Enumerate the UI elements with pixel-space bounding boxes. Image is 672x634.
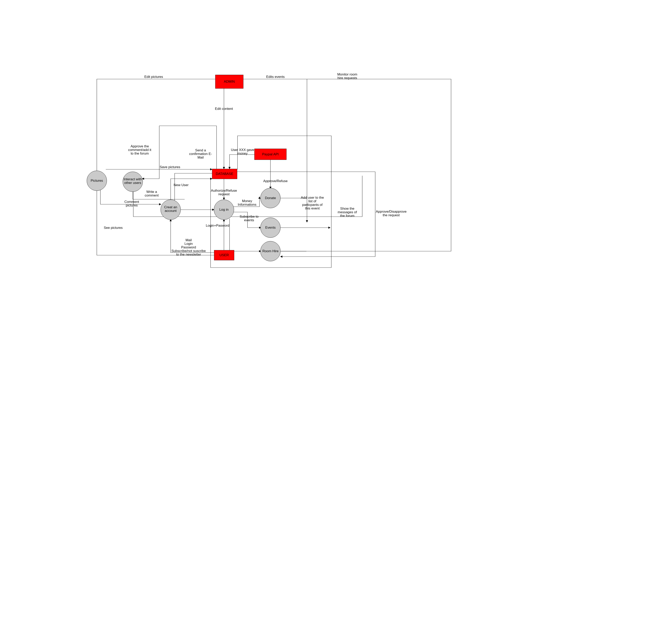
label-approve-comment-1: Approve the — [130, 144, 149, 148]
label-save-pictures: Save pictures — [160, 165, 180, 169]
label-edit-pictures: Edit pictures — [144, 75, 163, 79]
edge-write-comment — [133, 189, 185, 199]
edge-send-confirm — [175, 173, 215, 204]
label-subscribe-2: events — [244, 218, 254, 222]
node-database: DATABASE — [212, 169, 237, 179]
label-new-user: New User — [174, 183, 189, 187]
diagram-canvas: ADMIN Paypal API DATABASE USER Pictures … — [0, 0, 672, 634]
node-donate-label: Donate — [265, 196, 276, 200]
node-user: USER — [214, 250, 234, 260]
label-monitor-room-2: hire requests — [337, 76, 357, 80]
label-add-user-4: this event — [305, 207, 320, 210]
node-paypal: Paypal API — [255, 149, 286, 160]
node-create-label-1: Creat an — [164, 205, 177, 209]
label-user-gave-1: User XXX gave — [231, 148, 254, 152]
label-approve-comment-2: comment/add it — [128, 148, 151, 152]
node-create-label-2: account — [165, 209, 177, 213]
node-login: Log in — [214, 200, 234, 220]
node-database-label: DATABASE — [216, 172, 233, 176]
label-user-details-5: to the newsletter — [176, 253, 201, 256]
label-send-confirm-1: Send a — [195, 148, 206, 152]
label-comment-pictures-1: Comment — [124, 200, 139, 204]
label-money-info-2: Informations — [238, 203, 257, 207]
label-user-gave-2: money — [237, 151, 248, 155]
node-roomhire-label: Room Hire — [262, 249, 279, 253]
label-write-comment-1: Write a — [146, 190, 157, 194]
label-user-details-2: Login — [185, 242, 193, 245]
label-monitor-room-1: Monitor room — [337, 72, 357, 76]
node-user-label: USER — [219, 253, 229, 257]
label-send-confirm-3: Mail — [197, 156, 203, 159]
label-money-info-1: Money — [242, 199, 252, 203]
node-admin-label: ADMIN — [224, 80, 235, 84]
edge-login-to-roomhire — [230, 219, 261, 251]
label-show-messages-3: the forum — [340, 214, 355, 218]
label-subscribe-1: Subscribe to — [240, 215, 259, 218]
label-authorize-2: request — [218, 192, 230, 196]
node-admin: ADMIN — [215, 75, 243, 89]
node-create: Creat an account — [161, 200, 181, 220]
label-user-details-3: Password — [181, 245, 196, 249]
label-add-user-2: list of — [308, 199, 316, 203]
edge-see-pictures — [97, 188, 214, 255]
edge-user-gave-money — [230, 155, 255, 169]
node-events-label: Events — [265, 226, 275, 230]
node-interact: Interact with other users — [123, 172, 143, 192]
node-pictures: Pictures — [87, 171, 107, 191]
edge-new-user — [171, 179, 212, 201]
node-login-label: Log in — [219, 208, 229, 211]
node-donate: Donate — [261, 188, 281, 208]
label-approve-comment-3: to the forum — [131, 151, 149, 155]
node-interact-label-1: Interact with — [123, 177, 142, 181]
label-approve-request-1: Approve/Disapprove — [376, 210, 407, 213]
edge-edit-pictures — [97, 79, 215, 173]
label-see-pictures: See pictures — [104, 226, 123, 230]
label-user-details-4: Subscribe/not suscribe — [171, 249, 206, 253]
label-write-comment-2: comment — [145, 193, 159, 197]
label-add-user-1: Add user to the — [301, 196, 324, 199]
node-pictures-label: Pictures — [91, 179, 103, 183]
label-login-password: Login+Pasword — [206, 224, 229, 228]
label-send-confirm-2: confirmation E- — [189, 152, 212, 156]
node-interact-label-2: other users — [124, 181, 141, 185]
node-paypal-label: Paypal API — [262, 152, 279, 156]
label-show-messages-2: messages of — [338, 210, 357, 214]
edge-approve-request — [281, 172, 375, 257]
label-add-user-3: particpants of — [302, 203, 322, 207]
label-approve-refuse-money: Approve/Refuse — [263, 179, 288, 183]
node-events: Events — [261, 218, 281, 238]
label-authorize-1: Authorize/Refuse — [211, 189, 237, 192]
label-edits-events: Edits events — [266, 75, 285, 79]
label-show-messages-1: Show the — [340, 207, 355, 210]
node-roomhire: Room Hire — [261, 241, 281, 261]
label-edit-content: Edit content — [215, 107, 233, 111]
label-user-details-1: Mail — [186, 238, 192, 242]
label-approve-request-2: the request — [383, 213, 400, 217]
label-comment-pictures-2: pictures — [126, 204, 138, 207]
